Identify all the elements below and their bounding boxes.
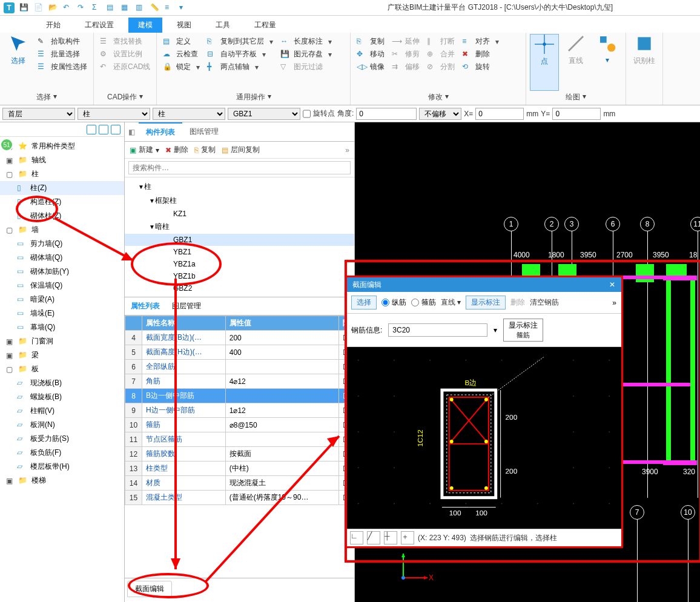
- nav-item[interactable]: ▭墙垛(E): [0, 306, 124, 320]
- line-button[interactable]: 直线: [561, 34, 590, 91]
- nav-item[interactable]: ▱现浇板(B): [0, 376, 124, 390]
- select-by-prop-button[interactable]: ☰按属性选择: [35, 62, 90, 72]
- recognize-column-button[interactable]: 识别柱: [630, 34, 659, 101]
- close-icon[interactable]: ✕: [609, 280, 615, 289]
- line-tool-icon[interactable]: ╱: [367, 531, 380, 544]
- y-input[interactable]: [552, 108, 601, 120]
- prop-value[interactable]: 200: [225, 331, 338, 345]
- nav-item[interactable]: ▢📁板: [0, 362, 124, 376]
- draw-more-button[interactable]: ▾: [593, 34, 622, 91]
- align-button[interactable]: ≡对齐: [460, 36, 501, 47]
- pick-member-button[interactable]: ✎拾取构件: [35, 36, 90, 47]
- component-node[interactable]: ▼暗柱: [125, 220, 354, 234]
- property-row[interactable]: 5截面高度(H边)(…400☐: [125, 345, 354, 360]
- qat-layer-icon[interactable]: ▥: [136, 3, 145, 13]
- offset-select[interactable]: 不偏移: [419, 108, 461, 120]
- element-filter-button[interactable]: ▽图元过滤: [278, 62, 334, 72]
- cloud-check-button[interactable]: ☁云检查: [160, 49, 202, 59]
- property-row[interactable]: 11节点区箍筋☐: [125, 432, 354, 447]
- prop-value[interactable]: (普通砼(坍落度10～90…: [225, 491, 338, 505]
- prop-value[interactable]: [225, 432, 338, 447]
- qat-ruler-icon[interactable]: 📏: [150, 3, 160, 13]
- popup-titlebar[interactable]: 截面编辑 ✕: [346, 277, 621, 292]
- component-node[interactable]: ▼柱: [125, 180, 354, 194]
- section-edit-tab[interactable]: 截面编辑: [127, 581, 172, 597]
- mirror-button[interactable]: ◁▷镜像: [354, 62, 387, 72]
- property-list-tab[interactable]: 属性列表: [125, 297, 166, 315]
- component-node[interactable]: YBZ1a: [125, 258, 354, 270]
- delete-component-button[interactable]: ✖删除: [165, 145, 188, 155]
- component-list-tab[interactable]: 构件列表: [139, 122, 182, 141]
- component-node[interactable]: ▼框架柱: [125, 194, 354, 208]
- nav-item[interactable]: ▱板受力筋(S): [0, 432, 124, 446]
- panel-handle-icon[interactable]: ◧: [125, 128, 139, 136]
- qat-align-icon[interactable]: ≡: [165, 3, 174, 13]
- component-node[interactable]: GBZ1: [125, 234, 354, 246]
- prop-value[interactable]: [225, 389, 338, 403]
- nav-item[interactable]: ▢⭐常用构件类型: [0, 139, 124, 153]
- component-node[interactable]: YBZ1: [125, 246, 354, 258]
- component-node[interactable]: GBZ2: [125, 282, 354, 294]
- nav-item[interactable]: ▣📁楼梯: [0, 474, 124, 488]
- save-element-button[interactable]: 💾图元存盘: [278, 49, 334, 59]
- nav-item[interactable]: ▱柱帽(V): [0, 404, 124, 418]
- nav-item[interactable]: ▭幕墙(Q): [0, 320, 124, 334]
- nav-item[interactable]: ▱板洞(N): [0, 418, 124, 432]
- nav-item[interactable]: ▭暗梁(A): [0, 293, 124, 306]
- nav-item[interactable]: ▢📁墙: [0, 223, 124, 237]
- prop-value[interactable]: 400: [225, 345, 338, 360]
- batch-select-button[interactable]: ☰批量选择: [35, 49, 90, 59]
- select-button[interactable]: 选择: [4, 34, 33, 91]
- auto-level-button[interactable]: ⊟自动平齐板: [205, 49, 276, 59]
- length-dim-button[interactable]: ↔长度标注: [278, 36, 334, 47]
- nav-view3-icon[interactable]: [111, 125, 121, 134]
- popup-more-icon[interactable]: »: [612, 299, 616, 307]
- rebar-info-input[interactable]: [388, 323, 487, 337]
- define-button[interactable]: ▤定义: [160, 36, 202, 47]
- x-input[interactable]: [475, 108, 524, 120]
- nav-item[interactable]: ▱板负筋(F): [0, 446, 124, 460]
- panel-more-icon[interactable]: »: [345, 146, 349, 154]
- tab-start[interactable]: 开始: [36, 18, 70, 33]
- angle-input[interactable]: [356, 108, 417, 120]
- member-select[interactable]: GBZ1: [228, 108, 300, 120]
- set-scale-button[interactable]: ⚙设置比例: [97, 49, 153, 59]
- qat-save-icon[interactable]: 💾: [19, 3, 29, 13]
- rebar-info-dropdown-icon[interactable]: ▾: [494, 326, 497, 334]
- split-button[interactable]: ⊘分割: [424, 62, 457, 72]
- tab-tool[interactable]: 工具: [206, 18, 240, 33]
- ortho-tool-icon[interactable]: ┼: [384, 531, 397, 544]
- property-row[interactable]: 12箍筋胶数按截面☐: [125, 447, 354, 461]
- point-button[interactable]: 点: [530, 34, 559, 91]
- property-row[interactable]: 7角筋4⌀12☐: [125, 374, 354, 389]
- nav-item[interactable]: ▢📁柱: [0, 167, 124, 181]
- property-row[interactable]: 14材质现浇混凝土☐: [125, 476, 354, 491]
- property-row[interactable]: 10箍筋⌀8@150☐: [125, 418, 354, 432]
- nav-item[interactable]: ▣📁梁: [0, 348, 124, 362]
- lock-button[interactable]: 🔒锁定: [160, 62, 202, 72]
- nav-item[interactable]: ▣📁轴线: [0, 153, 124, 167]
- prop-value[interactable]: (中柱): [225, 461, 338, 476]
- nav-item[interactable]: ▱楼层板带(H): [0, 460, 124, 474]
- nav-item[interactable]: ▣📁门窗洞: [0, 334, 124, 348]
- move-button[interactable]: ✥移动: [354, 49, 387, 59]
- qat-calc-icon[interactable]: ▤: [107, 3, 116, 13]
- property-row[interactable]: 8B边一侧中部筋☐: [125, 389, 354, 403]
- component-node[interactable]: KZ1: [125, 208, 354, 220]
- stirrup-radio[interactable]: 箍筋: [411, 297, 436, 308]
- qat-more-icon[interactable]: ▾: [179, 3, 189, 13]
- nav-item[interactable]: ▱螺旋板(B): [0, 390, 124, 404]
- popup-clear-button[interactable]: 清空钢筋: [530, 297, 559, 308]
- prop-value[interactable]: 4⌀12: [225, 374, 338, 389]
- qat-open-icon[interactable]: 📂: [48, 3, 58, 13]
- floor-copy-button[interactable]: ▤层间复制: [222, 145, 260, 155]
- extend-button[interactable]: ⟶延伸: [389, 36, 422, 47]
- property-row[interactable]: 15混凝土类型(普通砼(坍落度10～90…☐: [125, 491, 354, 505]
- popup-delete-button[interactable]: 删除: [510, 297, 525, 308]
- qat-grid-icon[interactable]: ▦: [121, 3, 131, 13]
- trim-button[interactable]: ✂修剪: [389, 49, 422, 59]
- copy-button[interactable]: ⎘复制: [354, 36, 387, 47]
- popup-line-button[interactable]: 直线 ▾: [441, 297, 461, 308]
- vertical-bar-radio[interactable]: 纵筋: [381, 297, 406, 308]
- component-node[interactable]: YBZ1b: [125, 270, 354, 282]
